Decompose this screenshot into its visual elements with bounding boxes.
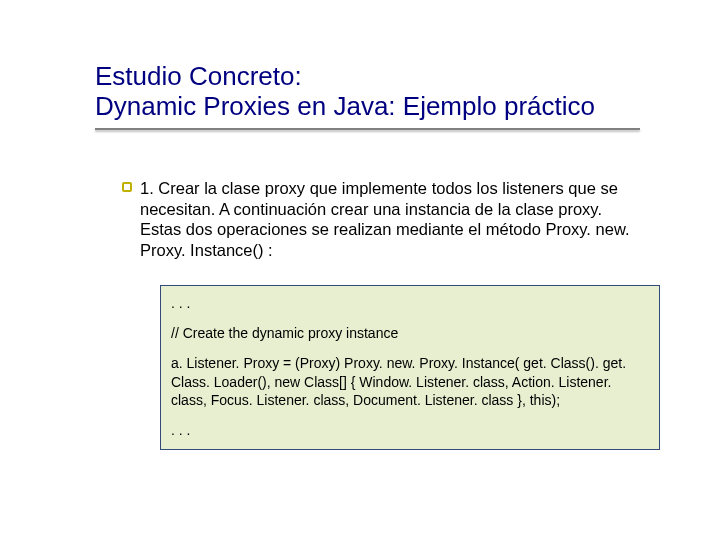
bullet-icon xyxy=(122,182,132,192)
code-line-1: . . . xyxy=(171,294,649,312)
code-line-2: // Create the dynamic proxy instance xyxy=(171,324,649,342)
title-line-1: Estudio Concreto: xyxy=(95,62,655,92)
body-paragraph-1: 1. Crear la clase proxy que implemente t… xyxy=(140,178,640,261)
code-line-3: a. Listener. Proxy = (Proxy) Proxy. new.… xyxy=(171,354,649,409)
code-box: . . . // Create the dynamic proxy instan… xyxy=(160,285,660,450)
slide: Estudio Concreto: Dynamic Proxies en Jav… xyxy=(0,0,720,540)
code-line-4: . . . xyxy=(171,421,649,439)
title-block: Estudio Concreto: Dynamic Proxies en Jav… xyxy=(95,62,655,130)
title-line-2: Dynamic Proxies en Java: Ejemplo práctic… xyxy=(95,92,655,122)
title-underline xyxy=(95,128,640,130)
